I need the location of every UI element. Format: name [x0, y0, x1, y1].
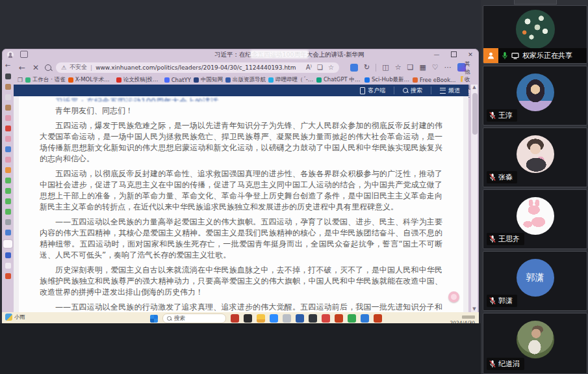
tab-actions-icon[interactable] — [20, 51, 28, 58]
close-button[interactable]: ✕ — [462, 49, 479, 60]
menu-icon — [440, 88, 446, 94]
read-aloud-icon[interactable]: A⁾ — [306, 64, 312, 71]
favorite-star-icon[interactable]: ☆ — [328, 64, 334, 71]
stop-icon[interactable]: ✕ — [31, 63, 40, 72]
tab-favicon[interactable] — [5, 198, 11, 204]
tab-favicon[interactable] — [5, 126, 11, 131]
tab-favicon[interactable] — [5, 84, 11, 90]
participant-tile[interactable]: 权家乐正在共享 — [483, 5, 587, 64]
sharer-badge — [483, 48, 498, 63]
bookmarks-bar: ❐ 工作台 · 语雀 X-MOL学术平台 论文投稿|投稿邮箱... ChatYY… — [14, 75, 479, 85]
name-label: 张淼 — [487, 171, 517, 183]
bookmark-favicon — [413, 77, 418, 83]
taskbar-app-icon[interactable] — [348, 314, 356, 323]
bookmark-item[interactable]: 中国知网 — [194, 76, 223, 84]
tab-favicon[interactable] — [5, 94, 11, 100]
person-icon — [487, 51, 495, 60]
taskbar-app-icon[interactable] — [270, 314, 278, 323]
scroll-down-icon[interactable]: ▼ — [472, 307, 476, 312]
tab-favicon[interactable] — [5, 263, 11, 269]
bookmark-item[interactable]: 工作台 · 语雀 — [25, 76, 66, 84]
tab-favicon[interactable] — [5, 178, 11, 183]
browser-profile-icon[interactable] — [7, 51, 14, 58]
bookmark-item[interactable]: 哔哩哔哩（´-｀）つ... — [268, 76, 314, 84]
participant-name: 王思齐 — [498, 234, 520, 244]
tab-favicon[interactable] — [5, 209, 11, 215]
back-icon[interactable]: ← — [18, 63, 27, 72]
bookmark-favicon — [364, 77, 370, 83]
tab-favicon[interactable] — [5, 188, 11, 194]
bookmarks-panel-icon[interactable]: ❐ — [18, 77, 23, 83]
tab-favicon[interactable] — [5, 273, 11, 279]
taskbar-app-icon[interactable] — [322, 314, 330, 323]
pinned-extension-icon[interactable] — [350, 64, 358, 72]
bookmark-item[interactable]: ChatYY — [164, 77, 191, 83]
taskbar-app-icon[interactable] — [283, 314, 291, 323]
bookmark-item[interactable]: Sci-Hub最新可用网... — [364, 76, 410, 84]
avatar — [516, 10, 555, 49]
scrollbar-thumb[interactable] — [472, 93, 478, 135]
tab-favicon[interactable] — [5, 157, 11, 163]
nav-search[interactable]: 搜索 — [394, 87, 431, 94]
taskbar-search[interactable]: 搜索 — [162, 314, 226, 323]
tab-favicon[interactable] — [5, 73, 11, 79]
settings-menu-icon[interactable]: ⋯ — [444, 63, 452, 72]
bookmark-item[interactable]: 论文投稿|投稿邮箱... — [116, 76, 162, 84]
bookmark-item[interactable]: X-MOL学术平台 — [68, 76, 114, 84]
tab-favicon[interactable] — [5, 146, 11, 152]
bookmark-item[interactable]: ChatGPT 中文版免... — [316, 76, 362, 84]
floating-widget-button[interactable] — [448, 291, 459, 302]
participant-tile[interactable]: 郭潇 郭潇 — [483, 251, 587, 311]
participant-tile[interactable]: 张淼 — [483, 127, 587, 187]
tab-favicon[interactable] — [5, 136, 11, 142]
name-label: 王淳 — [487, 109, 517, 122]
taskbar-app-icon[interactable] — [361, 314, 369, 323]
taskbar-app-icon[interactable] — [296, 314, 304, 323]
taskbar-app-icon[interactable] — [335, 314, 343, 323]
mic-muted-icon — [489, 297, 496, 305]
toolbar-divider — [376, 64, 376, 72]
maximize-button[interactable] — [445, 49, 462, 60]
nav-client[interactable]: 客户端 — [352, 87, 394, 94]
windows-taskbar: 小雨 搜索 2024/4/30 — [2, 312, 479, 323]
taskbar-app-icon[interactable] — [231, 314, 239, 323]
search-icon[interactable] — [45, 64, 51, 71]
tab-favicon[interactable] — [5, 167, 11, 173]
taskbar-app-icon[interactable] — [257, 314, 265, 323]
bookmark-item[interactable]: Free eBooks | Proje... — [413, 77, 458, 83]
refresh-icon[interactable]: ↻ — [364, 63, 370, 72]
taskbar-app-icon[interactable] — [374, 314, 382, 323]
tab-favicon[interactable] — [5, 105, 11, 111]
collapse-tabs-icon[interactable]: ← — [5, 62, 10, 69]
scroll-up-icon[interactable]: ▲ — [472, 85, 476, 90]
reader-icon[interactable]: ❏ — [317, 64, 323, 71]
nav-channel[interactable]: 频道 — [431, 87, 468, 94]
mic-muted-icon — [489, 111, 496, 120]
weather-icon — [5, 314, 12, 321]
active-tab[interactable] — [3, 240, 12, 248]
address-bar[interactable]: ⚠ 不安全 | www.xinhuanet.com/politics/leade… — [56, 62, 339, 73]
taskbar-app-icon[interactable] — [309, 314, 317, 323]
tab-favicon[interactable] — [5, 115, 11, 121]
essentials-icon[interactable]: ♡ — [432, 63, 439, 72]
split-screen-icon[interactable]: ◫ — [382, 63, 389, 72]
bookmark-favicon — [116, 77, 121, 83]
favorites-icon[interactable]: ☆ — [395, 63, 402, 72]
collections-icon[interactable]: ❏ — [407, 63, 414, 72]
extensions-icon[interactable]: ▦ — [419, 63, 426, 72]
weather-widget[interactable]: 小雨 — [5, 314, 25, 321]
participant-tile[interactable]: 纪道涓 — [483, 313, 587, 374]
tab-favicon[interactable] — [5, 230, 11, 235]
name-label: 王思齐 — [487, 233, 524, 245]
start-button[interactable] — [150, 315, 158, 323]
taskbar-app-icon[interactable] — [244, 314, 252, 323]
article-paragraph: ——五四运动以全民族的力量高举起爱国主义的伟大旗帜。五四运动，孕育了以爱国、进步… — [40, 217, 442, 261]
vertical-tab-strip: ← ＋ — [2, 60, 14, 323]
tab-favicon[interactable] — [5, 252, 11, 258]
tab-favicon[interactable] — [5, 219, 11, 225]
participant-tile[interactable]: 王思齐 — [483, 189, 587, 249]
bookmark-item[interactable]: 出版资源导航 — [225, 76, 266, 84]
participant-tile[interactable]: 王淳 — [483, 66, 587, 126]
minimize-button[interactable]: — — [428, 49, 445, 60]
avatar — [517, 321, 554, 358]
